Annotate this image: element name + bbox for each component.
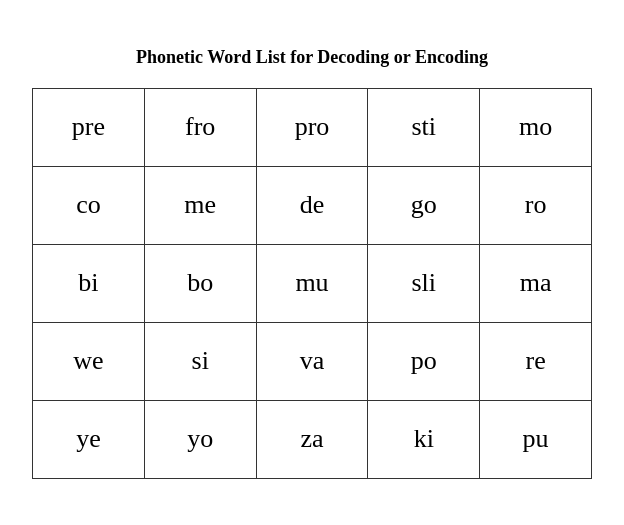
table-cell: mu	[256, 244, 368, 322]
table-cell: mo	[480, 88, 592, 166]
table-row: bibomuslima	[33, 244, 592, 322]
table-cell: ma	[480, 244, 592, 322]
table-cell: bi	[33, 244, 145, 322]
table-cell: re	[480, 322, 592, 400]
table-cell: fro	[144, 88, 256, 166]
table-cell: ki	[368, 400, 480, 478]
table-cell: si	[144, 322, 256, 400]
table-cell: sti	[368, 88, 480, 166]
table-cell: po	[368, 322, 480, 400]
table-cell: we	[33, 322, 145, 400]
table-cell: pu	[480, 400, 592, 478]
table-row: prefroprostimo	[33, 88, 592, 166]
table-cell: co	[33, 166, 145, 244]
table-cell: ro	[480, 166, 592, 244]
table-cell: sli	[368, 244, 480, 322]
table-cell: de	[256, 166, 368, 244]
table-row: yeyozakipu	[33, 400, 592, 478]
table-cell: za	[256, 400, 368, 478]
table-cell: me	[144, 166, 256, 244]
table-cell: bo	[144, 244, 256, 322]
table-cell: go	[368, 166, 480, 244]
page-title: Phonetic Word List for Decoding or Encod…	[136, 47, 488, 68]
phonetic-word-table: prefroprostimocomedegorobibomuslimawesiv…	[32, 88, 592, 479]
table-row: wesivapore	[33, 322, 592, 400]
table-cell: ye	[33, 400, 145, 478]
table-cell: pre	[33, 88, 145, 166]
table-cell: va	[256, 322, 368, 400]
table-row: comedegoro	[33, 166, 592, 244]
table-cell: pro	[256, 88, 368, 166]
table-cell: yo	[144, 400, 256, 478]
